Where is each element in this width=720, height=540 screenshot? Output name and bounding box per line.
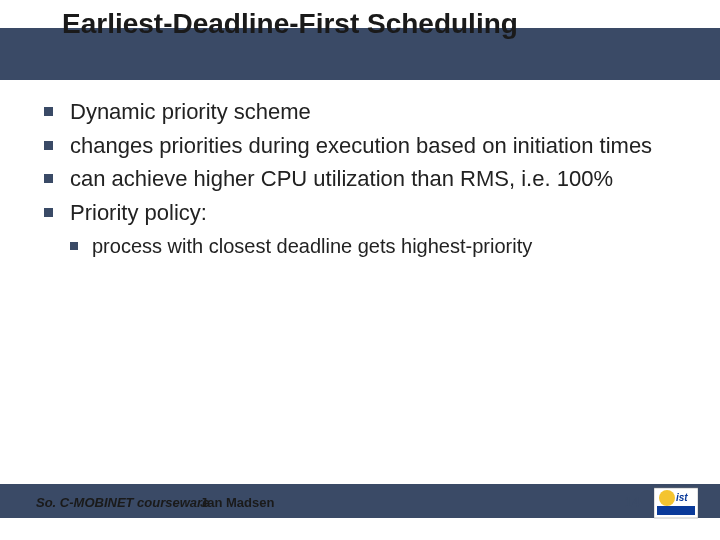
svg-point-2 (659, 490, 675, 506)
svg-text:ist: ist (676, 492, 688, 503)
slide-title: Earliest-Deadline-First Scheduling (62, 8, 518, 40)
slide: Earliest-Deadline-First Scheduling Dynam… (0, 0, 720, 540)
bullet-item: Priority policy: (36, 199, 690, 227)
svg-rect-1 (657, 506, 695, 515)
bullet-item: can achieve higher CPU utilization than … (36, 165, 690, 193)
slide-content: Dynamic priority scheme changes prioriti… (36, 98, 690, 259)
bullet-item: Dynamic priority scheme (36, 98, 690, 126)
author-label: Jan Madsen (200, 495, 274, 510)
sub-bullet-item: process with closest deadline gets highe… (36, 234, 690, 259)
ist-logo-icon: ist (654, 484, 698, 522)
bullet-list: Dynamic priority scheme changes prioriti… (36, 98, 690, 226)
courseware-label: So. C-MOBINET courseware (36, 495, 209, 510)
page-number: 14 (624, 494, 640, 510)
sub-bullet-list: process with closest deadline gets highe… (36, 234, 690, 259)
bullet-item: changes priorities during execution base… (36, 132, 690, 160)
